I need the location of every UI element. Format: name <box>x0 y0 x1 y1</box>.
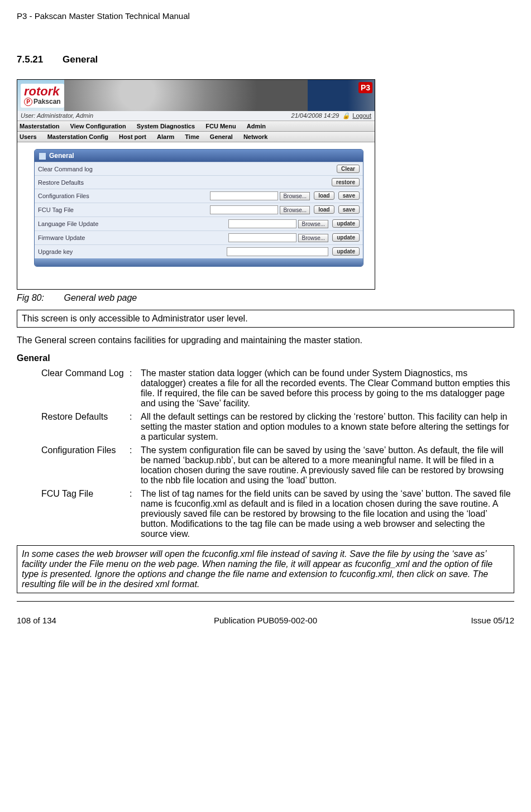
browse-button[interactable]: Browse... <box>280 206 310 214</box>
menu-primary: Masterstation View Configuration System … <box>17 121 375 132</box>
definitions-table: Clear Command Log : The master station d… <box>39 367 514 541</box>
restore-button[interactable]: restore <box>332 178 360 186</box>
logo-pakscan: PPakscan <box>24 98 61 106</box>
general-panel: General Clear Command log Clear Restore … <box>34 149 363 267</box>
note-fcuconfig: In some cases the web browser will open … <box>17 545 514 593</box>
load-button[interactable]: load <box>314 191 334 200</box>
fcu-file-input[interactable] <box>210 205 278 214</box>
def-fcu-tag-file: FCU Tag File : The list of tag names for… <box>39 487 514 541</box>
intro-paragraph: The General screen contains facilities f… <box>17 335 514 345</box>
note-admin-only: This screen is only accessible to Admini… <box>17 310 514 328</box>
submenu-network[interactable]: Network <box>243 133 267 140</box>
def-configuration-files: Configuration Files : The system configu… <box>39 444 514 487</box>
def-restore-defaults: Restore Defaults : All the default setti… <box>39 410 514 444</box>
document-header: P3 - Pakscan Master Station Technical Ma… <box>17 11 514 21</box>
menu-masterstation[interactable]: Masterstation <box>20 123 60 129</box>
section-number: 7.5.21 <box>17 54 43 65</box>
menu-system-diagnostics[interactable]: System Diagnostics <box>137 123 195 129</box>
browse-button[interactable]: Browse... <box>280 192 310 200</box>
menu-admin[interactable]: Admin <box>247 123 266 129</box>
banner-device <box>308 80 375 111</box>
menu-fcu-menu[interactable]: FCU Menu <box>205 123 236 129</box>
submenu-time[interactable]: Time <box>185 133 199 140</box>
footer-separator <box>17 601 514 602</box>
panel-title: General <box>35 150 363 162</box>
language-file-input[interactable] <box>228 219 296 228</box>
def-clear-command-log: Clear Command Log : The master station d… <box>39 367 514 410</box>
upgrade-key-input[interactable] <box>227 247 328 256</box>
issue-date: Issue 05/12 <box>390 616 514 625</box>
submenu-alarm[interactable]: Alarm <box>157 133 174 140</box>
page-number: 108 of 134 <box>17 616 141 625</box>
user-bar: User: Administrator, Admin 21/04/2008 14… <box>17 111 375 121</box>
panel-footer <box>35 258 363 266</box>
subheading-general: General <box>17 353 514 363</box>
logout-link[interactable]: Logout <box>352 112 371 119</box>
save-button[interactable]: save <box>338 205 360 214</box>
save-button[interactable]: save <box>338 191 360 200</box>
update-button[interactable]: update <box>332 247 360 256</box>
row-language-file-update: Language File Update Browse... update <box>35 217 363 231</box>
menu-view-configuration[interactable]: View Configuration <box>70 123 126 129</box>
row-upgrade-key: Upgrade key update <box>35 245 363 259</box>
section-heading: 7.5.21 General <box>17 54 514 65</box>
submenu-general[interactable]: General <box>210 133 233 140</box>
row-clear-command-log: Clear Command log Clear <box>35 162 363 176</box>
page-footer: 108 of 134 Publication PUB059-002-00 Iss… <box>17 616 514 625</box>
row-restore-defaults: Restore Defaults restore <box>35 176 363 189</box>
browse-button[interactable]: Browse... <box>298 234 328 242</box>
banner: rotork PPakscan <box>17 80 375 111</box>
update-button[interactable]: update <box>332 233 360 242</box>
figure-caption: Fig 80: General web page <box>17 293 514 303</box>
menu-secondary: Users Masterstation Config Host port Ala… <box>17 132 375 142</box>
submenu-masterstation-config[interactable]: Masterstation Config <box>47 133 108 140</box>
logo-block: rotork PPakscan <box>21 84 64 108</box>
logo-rotork: rotork <box>24 85 61 98</box>
submenu-host-port[interactable]: Host port <box>119 133 146 140</box>
banner-image <box>64 80 308 111</box>
row-firmware-update: Firmware Update Browse... update <box>35 231 363 245</box>
clear-button[interactable]: Clear <box>337 165 360 173</box>
browse-button[interactable]: Browse... <box>298 220 328 228</box>
content-area: General Clear Command log Clear Restore … <box>17 142 375 289</box>
publication-number: Publication PUB059-002-00 <box>141 616 390 625</box>
logo-pakscan-icon: P <box>24 98 32 106</box>
update-button[interactable]: update <box>332 219 360 228</box>
row-configuration-files: Configuration Files Browse... load save <box>35 189 363 203</box>
row-fcu-tag-file: FCU Tag File Browse... load save <box>35 203 363 217</box>
section-title: General <box>63 54 98 65</box>
user-label: User: Administrator, Admin <box>21 112 93 119</box>
firmware-file-input[interactable] <box>228 233 296 242</box>
config-file-input[interactable] <box>210 191 278 200</box>
submenu-users[interactable]: Users <box>20 133 37 140</box>
load-button[interactable]: load <box>314 205 334 214</box>
datetime: 21/04/2008 14:29 <box>291 112 339 119</box>
figure-screenshot: rotork PPakscan User: Administrator, Adm… <box>17 79 375 290</box>
